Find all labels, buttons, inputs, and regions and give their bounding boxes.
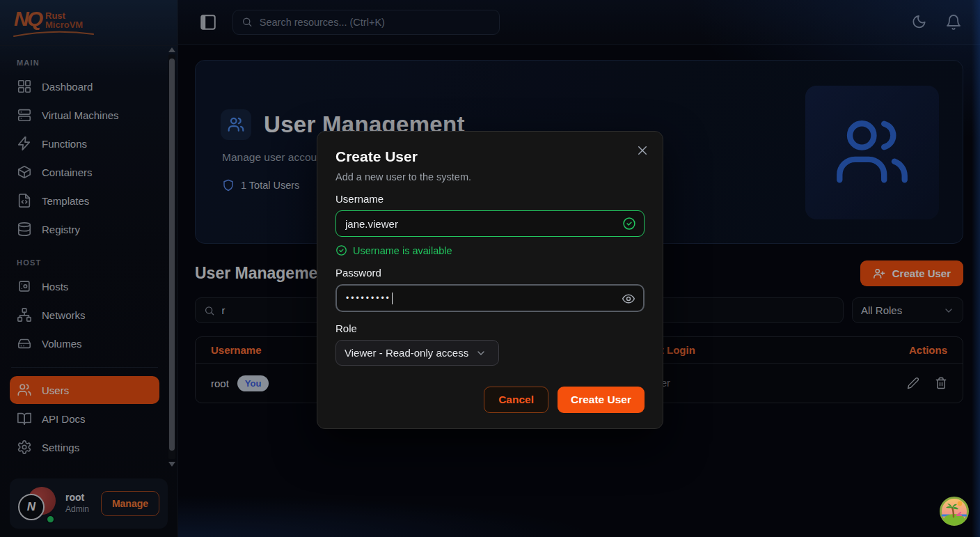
password-label: Password [335, 267, 645, 279]
role-label: Role [335, 322, 645, 334]
username-label: Username [335, 193, 645, 205]
modal-title: Create User [335, 148, 645, 165]
close-icon [636, 144, 649, 157]
role-select[interactable]: Viewer - Read-only access [335, 340, 499, 366]
username-availability-hint: Username is available [335, 244, 645, 256]
check-circle-icon [622, 217, 636, 231]
password-masked-value: ••••••••• [346, 293, 391, 303]
island-widget-icon[interactable] [940, 497, 969, 526]
close-button[interactable] [636, 144, 649, 157]
modal-create-user-button[interactable]: Create User [558, 387, 645, 413]
username-field[interactable] [335, 210, 645, 237]
eye-icon [622, 292, 635, 306]
cancel-button[interactable]: Cancel [484, 387, 548, 413]
modal-subtitle: Add a new user to the system. [335, 171, 645, 182]
chevron-down-icon [475, 348, 487, 359]
text-caret [392, 293, 393, 304]
password-field[interactable]: ••••••••• [335, 284, 645, 312]
check-circle-icon [335, 244, 347, 256]
create-user-modal: Create User Add a new user to the system… [317, 131, 663, 429]
show-password-button[interactable] [622, 292, 635, 306]
